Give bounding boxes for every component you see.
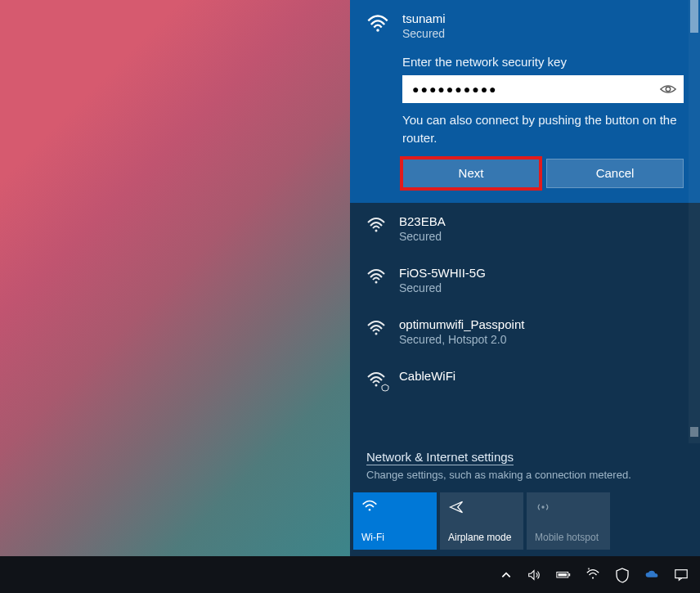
quick-action-tiles: Wi-Fi Airplane mode Mobile hotspot	[350, 489, 700, 556]
network-name: B23EBA	[399, 214, 446, 228]
open-wifi-shield-icon	[366, 371, 386, 389]
defender-icon[interactable]	[615, 568, 630, 582]
wifi-icon	[361, 499, 378, 514]
scrollbar-thumb[interactable]	[690, 0, 698, 33]
svg-point-7	[541, 505, 544, 508]
taskbar: *	[0, 556, 700, 593]
network-settings-desc: Change settings, such as making a connec…	[366, 469, 684, 481]
connect-buttons: Next Cancel	[402, 159, 684, 188]
svg-point-2	[375, 229, 378, 231]
network-item[interactable]: optimumwifi_Passpoint Secured, Hotspot 2…	[350, 306, 700, 357]
network-name: CableWiFi	[399, 369, 455, 383]
desktop-wallpaper	[0, 0, 350, 556]
network-name: tsunami	[402, 11, 446, 25]
svg-point-0	[376, 29, 379, 31]
onedrive-icon[interactable]	[644, 568, 659, 582]
tile-label: Airplane mode	[448, 532, 515, 543]
network-settings-link[interactable]: Network & Internet settings	[366, 450, 514, 465]
network-status: Secured	[399, 230, 446, 243]
reveal-password-icon[interactable]	[659, 80, 677, 98]
network-item[interactable]: B23EBA Secured	[350, 203, 700, 254]
tile-label: Mobile hotspot	[535, 532, 602, 543]
tile-label: Wi-Fi	[361, 532, 429, 543]
network-item[interactable]: CableWiFi	[350, 357, 700, 400]
svg-point-6	[369, 509, 370, 510]
wps-hint: You can also connect by pushing the butt…	[402, 111, 684, 147]
network-name: optimumwifi_Passpoint	[399, 317, 524, 331]
wifi-icon	[366, 13, 389, 33]
network-item[interactable]: FiOS-5WHII-5G Secured	[350, 254, 700, 306]
svg-rect-13	[675, 569, 687, 577]
speaker-icon[interactable]	[527, 568, 541, 582]
svg-rect-9	[569, 573, 571, 576]
svg-point-4	[375, 332, 378, 335]
wifi-icon	[366, 216, 386, 234]
tray-overflow-icon[interactable]	[500, 569, 512, 581]
svg-rect-10	[558, 573, 567, 576]
network-name: FiOS-5WHII-5G	[399, 266, 486, 280]
mobile-hotspot-tile[interactable]: Mobile hotspot	[527, 492, 610, 550]
network-status: Secured	[399, 281, 486, 294]
wifi-tray-icon[interactable]: *	[586, 568, 600, 582]
password-masked-value: ●●●●●●●●●●	[412, 83, 498, 96]
network-list: tsunami Secured Enter the network securi…	[350, 0, 700, 443]
svg-point-5	[375, 384, 378, 386]
cancel-button[interactable]: Cancel	[546, 159, 684, 188]
svg-point-3	[375, 281, 378, 283]
action-center-icon[interactable]	[674, 568, 689, 582]
battery-icon[interactable]	[556, 568, 571, 582]
connecting-network: tsunami Secured Enter the network securi…	[350, 0, 700, 203]
airplane-mode-tile[interactable]: Airplane mode	[440, 492, 523, 550]
next-button[interactable]: Next	[402, 159, 540, 188]
wifi-icon	[366, 267, 386, 285]
airplane-icon	[448, 499, 464, 514]
security-key-prompt: Enter the network security key	[402, 55, 684, 69]
network-header: tsunami Secured	[366, 11, 684, 40]
scrollbar[interactable]	[689, 0, 700, 443]
hotspot-icon	[535, 499, 551, 514]
wifi-tile[interactable]: Wi-Fi	[353, 492, 437, 550]
svg-point-11	[592, 577, 594, 579]
network-status: Secured, Hotspot 2.0	[399, 333, 524, 346]
wifi-icon	[366, 319, 386, 337]
network-settings-area: Network & Internet settings Change setti…	[350, 443, 700, 489]
network-status: Secured	[402, 27, 446, 40]
scrollbar-down[interactable]	[690, 427, 698, 437]
svg-point-1	[666, 87, 671, 92]
network-flyout: tsunami Secured Enter the network securi…	[350, 0, 700, 556]
password-input[interactable]: ●●●●●●●●●●	[402, 75, 684, 103]
